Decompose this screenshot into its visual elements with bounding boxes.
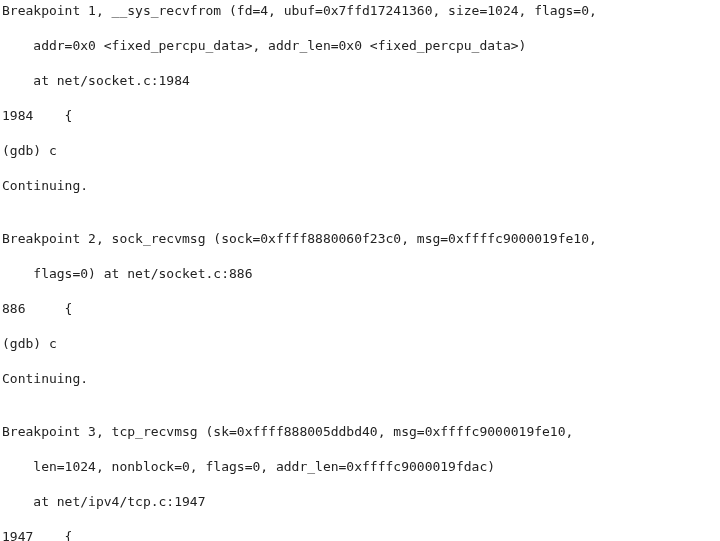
src-line: 1947 { [2,528,718,541]
gdb-prompt[interactable]: (gdb) c [2,142,718,160]
bp-args-cont: flags=0) at net/socket.c:886 [2,265,718,283]
gdb-output[interactable]: Breakpoint 1, __sys_recvfrom (fd=4, ubuf… [0,0,720,541]
bp-header: Breakpoint 1, __sys_recvfrom (fd=4, ubuf… [2,2,718,20]
bp-at: at net/socket.c:1984 [2,72,718,90]
bp-args-cont: addr=0x0 <fixed_percpu_data>, addr_len=0… [2,37,718,55]
bp-header: Breakpoint 2, sock_recvmsg (sock=0xffff8… [2,230,718,248]
bp-header: Breakpoint 3, tcp_recvmsg (sk=0xffff8880… [2,423,718,441]
bp-at: at net/ipv4/tcp.c:1947 [2,493,718,511]
continuing: Continuing. [2,370,718,388]
gdb-prompt[interactable]: (gdb) c [2,335,718,353]
continuing: Continuing. [2,177,718,195]
bp-args-cont: len=1024, nonblock=0, flags=0, addr_len=… [2,458,718,476]
src-line: 1984 { [2,107,718,125]
src-line: 886 { [2,300,718,318]
